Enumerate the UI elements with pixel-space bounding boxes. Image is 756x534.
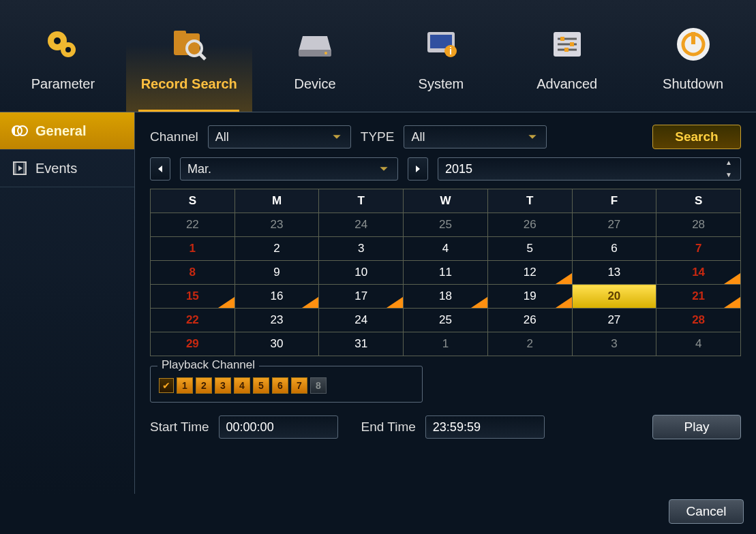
chevron-down-icon bbox=[330, 130, 344, 144]
calendar-day[interactable]: 23 bbox=[235, 309, 319, 332]
calendar-day[interactable]: 2 bbox=[235, 237, 319, 261]
start-time-input[interactable] bbox=[219, 415, 338, 439]
calendar-day[interactable]: 25 bbox=[404, 213, 488, 237]
topnav-parameter[interactable]: Parameter bbox=[0, 0, 126, 112]
calendar-day[interactable]: 22 bbox=[151, 213, 235, 237]
calendar-day[interactable]: 7 bbox=[656, 237, 741, 261]
topnav-advanced[interactable]: Advanced bbox=[504, 0, 630, 112]
calendar-day[interactable]: 10 bbox=[319, 261, 404, 285]
calendar-day[interactable]: 27 bbox=[572, 213, 656, 237]
month-dropdown[interactable]: Mar. bbox=[180, 157, 398, 180]
prev-month-button[interactable] bbox=[150, 157, 170, 180]
next-month-button[interactable] bbox=[408, 157, 428, 180]
playback-channel-6[interactable]: 6 bbox=[272, 377, 288, 394]
calendar-day[interactable]: 9 bbox=[235, 261, 319, 285]
sidenav-general[interactable]: General bbox=[0, 112, 134, 150]
calendar-day[interactable]: 29 bbox=[151, 332, 235, 356]
calendar-day[interactable]: 2 bbox=[487, 332, 572, 356]
play-button[interactable]: Play bbox=[652, 415, 741, 439]
calendar-day[interactable]: 6 bbox=[572, 237, 656, 261]
calendar-day[interactable]: 18 bbox=[404, 285, 488, 309]
calendar-day[interactable]: 30 bbox=[235, 332, 319, 356]
playback-channel-5[interactable]: 5 bbox=[253, 377, 269, 394]
calendar-day[interactable]: 4 bbox=[404, 237, 488, 261]
svg-point-2 bbox=[54, 37, 61, 44]
topnav-device[interactable]: Device bbox=[252, 0, 378, 112]
sidenav-label: Events bbox=[35, 161, 77, 176]
calendar-dow: T bbox=[319, 189, 404, 213]
calendar-day[interactable]: 3 bbox=[572, 332, 656, 356]
calendar-day[interactable]: 28 bbox=[656, 213, 741, 237]
nav-label: Parameter bbox=[31, 76, 95, 92]
calendar-day[interactable]: 28 bbox=[656, 309, 741, 332]
topnav-record-search[interactable]: Record Search bbox=[126, 0, 252, 112]
calendar-day[interactable]: 20 bbox=[572, 285, 656, 309]
calendar-day[interactable]: 31 bbox=[319, 332, 404, 356]
playback-channel-1[interactable]: 1 bbox=[177, 377, 193, 394]
calendar-day[interactable]: 22 bbox=[151, 309, 235, 332]
calendar-day[interactable]: 24 bbox=[319, 213, 404, 237]
type-dropdown[interactable]: All bbox=[404, 125, 547, 148]
playback-channel-4[interactable]: 4 bbox=[234, 377, 250, 394]
year-down-button[interactable]: ▼ bbox=[725, 172, 736, 178]
events-icon bbox=[11, 159, 29, 177]
calendar-day[interactable]: 4 bbox=[656, 332, 741, 356]
calendar-day[interactable]: 17 bbox=[319, 285, 404, 309]
chevron-down-icon bbox=[526, 130, 539, 144]
playback-channel-2[interactable]: 2 bbox=[196, 377, 212, 394]
monitor-info-icon: i bbox=[417, 20, 465, 68]
drive-icon bbox=[291, 20, 339, 68]
svg-line-7 bbox=[200, 54, 205, 59]
svg-rect-28 bbox=[14, 162, 16, 174]
calendar-day[interactable]: 25 bbox=[404, 309, 488, 332]
month-value: Mar. bbox=[187, 162, 211, 176]
year-value: 2015 bbox=[445, 162, 472, 176]
calendar: SMTWTFS 22232425262728123456789101112131… bbox=[150, 189, 741, 356]
calendar-dow: S bbox=[151, 189, 235, 213]
topnav-system[interactable]: iSystem bbox=[378, 0, 504, 112]
calendar-day[interactable]: 1 bbox=[404, 332, 488, 356]
calendar-day[interactable]: 11 bbox=[404, 261, 488, 285]
calendar-day[interactable]: 12 bbox=[487, 261, 572, 285]
cancel-button[interactable]: Cancel bbox=[669, 499, 744, 524]
sidenav-label: General bbox=[35, 123, 86, 139]
gears-icon bbox=[39, 20, 87, 68]
playback-legend: Playback Channel bbox=[157, 358, 259, 372]
calendar-day[interactable]: 16 bbox=[235, 285, 319, 309]
calendar-day[interactable]: 14 bbox=[656, 261, 741, 285]
sidenav-events[interactable]: Events bbox=[0, 150, 134, 187]
calendar-day[interactable]: 19 bbox=[487, 285, 572, 309]
type-label: TYPE bbox=[361, 129, 395, 144]
calendar-day[interactable]: 3 bbox=[319, 237, 404, 261]
calendar-day[interactable]: 24 bbox=[319, 309, 404, 332]
calendar-day[interactable]: 21 bbox=[656, 285, 741, 309]
calendar-day[interactable]: 13 bbox=[572, 261, 656, 285]
calendar-day[interactable]: 26 bbox=[487, 213, 572, 237]
calendar-day[interactable]: 1 bbox=[151, 237, 235, 261]
year-up-button[interactable]: ▲ bbox=[725, 159, 736, 166]
nav-label: Advanced bbox=[536, 76, 597, 92]
calendar-dow: S bbox=[656, 189, 741, 213]
start-time-label: Start Time bbox=[150, 420, 209, 435]
main-panel: Channel All TYPE All Search Ma bbox=[135, 112, 756, 494]
general-icon bbox=[11, 122, 29, 140]
playback-select-all-checkbox[interactable]: ✔ bbox=[159, 378, 174, 393]
svg-rect-19 bbox=[570, 42, 574, 46]
playback-channel-7[interactable]: 7 bbox=[291, 377, 307, 394]
calendar-day[interactable]: 15 bbox=[151, 285, 235, 309]
calendar-day[interactable]: 5 bbox=[487, 237, 572, 261]
year-spinner[interactable]: 2015 ▲ ▼ bbox=[438, 157, 741, 180]
topnav-shutdown[interactable]: Shutdown bbox=[630, 0, 756, 112]
nav-label: Shutdown bbox=[663, 76, 723, 92]
calendar-day[interactable]: 27 bbox=[572, 309, 656, 332]
playback-channel-3[interactable]: 3 bbox=[215, 377, 231, 394]
playback-channel-8[interactable]: 8 bbox=[310, 377, 327, 394]
nav-label: Device bbox=[294, 76, 336, 92]
svg-point-9 bbox=[324, 52, 327, 54]
calendar-day[interactable]: 26 bbox=[487, 309, 572, 332]
search-button[interactable]: Search bbox=[652, 125, 741, 149]
calendar-day[interactable]: 23 bbox=[235, 213, 319, 237]
end-time-input[interactable] bbox=[425, 415, 545, 439]
calendar-day[interactable]: 8 bbox=[151, 261, 235, 285]
channel-dropdown[interactable]: All bbox=[208, 125, 351, 148]
